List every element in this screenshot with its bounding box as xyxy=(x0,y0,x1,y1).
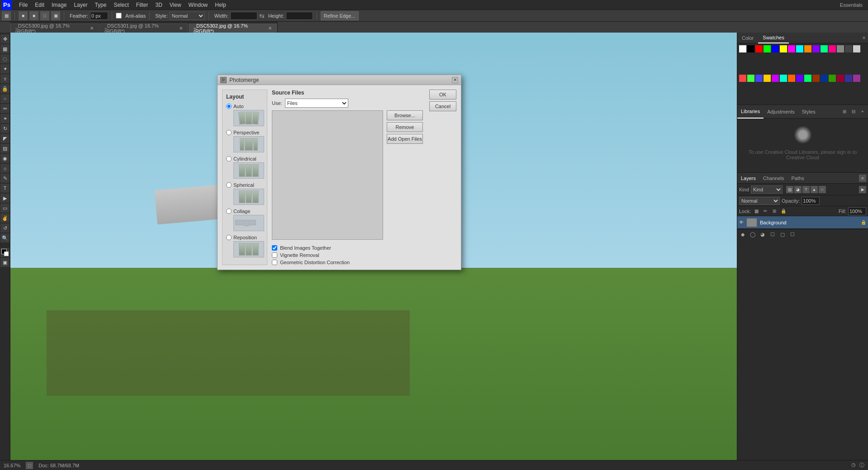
swap-dimensions-icon[interactable]: ⇆ xyxy=(259,12,265,19)
brush-tool[interactable]: ✏ xyxy=(0,104,9,113)
menu-3d[interactable]: 3D xyxy=(152,1,166,9)
layout-radio-auto[interactable] xyxy=(226,104,232,109)
gradient-tool[interactable]: ▤ xyxy=(0,144,9,153)
dialog-close-button[interactable]: ✕ xyxy=(452,77,458,83)
swatch-item[interactable] xyxy=(788,45,795,52)
distortion-checkbox[interactable] xyxy=(272,260,277,265)
zoom-fit-icon[interactable]: □ xyxy=(26,462,33,469)
add-mask-icon[interactable]: ◯ xyxy=(749,231,756,238)
menu-edit[interactable]: Edit xyxy=(31,1,48,9)
swatch-item[interactable] xyxy=(804,45,811,52)
add-open-files-button[interactable]: Add Open Files xyxy=(387,134,423,144)
lock-position-icon[interactable]: ⊞ xyxy=(771,208,778,215)
blend-mode-select[interactable]: Normal Multiply Screen xyxy=(739,197,780,205)
layer-row-background[interactable]: 👁 Background 🔒 xyxy=(737,216,868,229)
ok-button[interactable]: OK xyxy=(429,90,456,100)
swatch-item[interactable] xyxy=(755,75,763,82)
path-selection-tool[interactable]: ▶ xyxy=(0,194,9,203)
tab-dsc5300[interactable]: _DSC5300.jpg @ 16.7% (RGB/8*) ✕ xyxy=(10,24,99,33)
zoom-tool[interactable]: 🔍 xyxy=(0,233,9,242)
lock-all-icon[interactable]: 🔒 xyxy=(780,208,787,215)
filter-adjust-icon[interactable]: ◕ xyxy=(794,186,802,193)
swatch-item[interactable] xyxy=(837,45,844,52)
swatch-item[interactable] xyxy=(804,75,811,82)
dodge-tool[interactable]: ☼ xyxy=(0,164,9,173)
marquee-tool[interactable]: ▦ xyxy=(0,44,9,53)
swatch-item[interactable] xyxy=(821,45,828,52)
menu-file[interactable]: File xyxy=(15,1,31,9)
feather-input[interactable] xyxy=(90,12,108,20)
filter-smart-icon[interactable]: ○ xyxy=(819,186,826,193)
swatch-item[interactable] xyxy=(853,45,860,52)
tab-libraries[interactable]: Libraries xyxy=(737,105,764,119)
swatch-item[interactable] xyxy=(788,75,795,82)
source-file-list[interactable] xyxy=(272,110,383,240)
swatch-item[interactable] xyxy=(796,75,803,82)
fill-input[interactable] xyxy=(848,207,866,215)
swatch-item[interactable] xyxy=(829,75,836,82)
quick-select-tool[interactable]: ✦ xyxy=(0,64,9,73)
swatch-item[interactable] xyxy=(812,75,820,82)
swatch-item[interactable] xyxy=(772,45,779,52)
kind-select[interactable]: Kind xyxy=(751,185,783,194)
swatch-item[interactable] xyxy=(747,75,754,82)
filter-pixel-icon[interactable]: ▧ xyxy=(786,186,793,193)
browse-button[interactable]: Browse... xyxy=(387,110,423,120)
lib-icon-search[interactable]: ⊞ xyxy=(841,108,848,115)
layout-radio-cylindrical[interactable] xyxy=(226,156,232,161)
blend-checkbox[interactable] xyxy=(272,245,277,251)
tab-dsc5301[interactable]: _DSC5301.jpg @ 16.7% (RGB/8*) ✕ xyxy=(100,24,188,33)
eraser-tool[interactable]: ◤ xyxy=(0,134,9,143)
tab-adjustments[interactable]: Adjustments xyxy=(764,105,798,119)
new-layer-icon[interactable]: ▢ xyxy=(779,231,786,238)
tab-close-icon[interactable]: ✕ xyxy=(268,26,272,31)
tab-color[interactable]: Color xyxy=(737,33,758,43)
swatch-item[interactable] xyxy=(772,75,779,82)
type-tool[interactable]: T xyxy=(0,184,9,193)
swatch-item[interactable] xyxy=(821,75,828,82)
menu-image[interactable]: Image xyxy=(48,1,70,9)
vignette-checkbox[interactable] xyxy=(272,252,277,258)
rotate-view-tool[interactable]: ↺ xyxy=(0,223,9,233)
pen-tool[interactable]: ✎ xyxy=(0,174,9,183)
filter-shape-icon[interactable]: ▲ xyxy=(811,186,818,193)
layers-settings-icon[interactable]: ≡ xyxy=(859,175,866,182)
eyedropper-tool[interactable]: 🔒 xyxy=(0,84,9,93)
tool-preset-1[interactable]: ■ xyxy=(19,11,28,20)
refine-edge-button[interactable]: Refine Edge... xyxy=(321,11,359,20)
swatch-item[interactable] xyxy=(764,45,771,52)
tool-preset-2[interactable]: ■ xyxy=(29,11,38,20)
swatch-item[interactable] xyxy=(837,75,844,82)
quick-mask-mode[interactable]: ▣ xyxy=(0,258,9,267)
filter-type-icon[interactable]: T xyxy=(802,186,810,193)
crop-tool[interactable]: ⍒ xyxy=(0,74,9,83)
history-brush-tool[interactable]: ↻ xyxy=(0,124,9,133)
lib-icon-grid[interactable]: ⊟ xyxy=(850,108,857,115)
menu-select[interactable]: Select xyxy=(110,1,132,9)
swatch-item[interactable] xyxy=(812,45,820,52)
clone-stamp-tool[interactable]: ⚭ xyxy=(0,114,9,123)
lock-transparent-icon[interactable]: ▩ xyxy=(753,208,760,215)
layer-visibility-icon[interactable]: 👁 xyxy=(739,220,744,225)
shape-tool[interactable]: ▭ xyxy=(0,204,9,213)
healing-brush-tool[interactable]: ○ xyxy=(0,94,9,103)
swatch-item[interactable] xyxy=(829,45,836,52)
new-group-icon[interactable]: ☐ xyxy=(769,231,776,238)
swatch-item[interactable] xyxy=(755,45,763,52)
tool-preset-4[interactable]: ▣ xyxy=(51,11,60,20)
layout-radio-reposition[interactable] xyxy=(226,235,232,240)
swatch-item[interactable] xyxy=(739,75,746,82)
swatch-item[interactable] xyxy=(845,45,852,52)
tab-close-icon[interactable]: ✕ xyxy=(179,26,183,31)
color-panel-expand[interactable]: ≡ xyxy=(860,35,868,40)
lock-image-icon[interactable]: ✏ xyxy=(762,208,769,215)
add-style-icon[interactable]: ◆ xyxy=(739,231,746,238)
delete-layer-icon[interactable]: ☐ xyxy=(789,231,796,238)
tool-preset-3[interactable]: □ xyxy=(40,11,49,20)
layout-radio-perspective[interactable] xyxy=(226,130,232,135)
remove-button[interactable]: Remove xyxy=(387,122,423,132)
opacity-input[interactable] xyxy=(802,197,820,205)
antialias-checkbox[interactable] xyxy=(116,13,122,19)
swatch-item[interactable] xyxy=(747,45,754,52)
tab-layers[interactable]: Layers xyxy=(737,173,759,184)
